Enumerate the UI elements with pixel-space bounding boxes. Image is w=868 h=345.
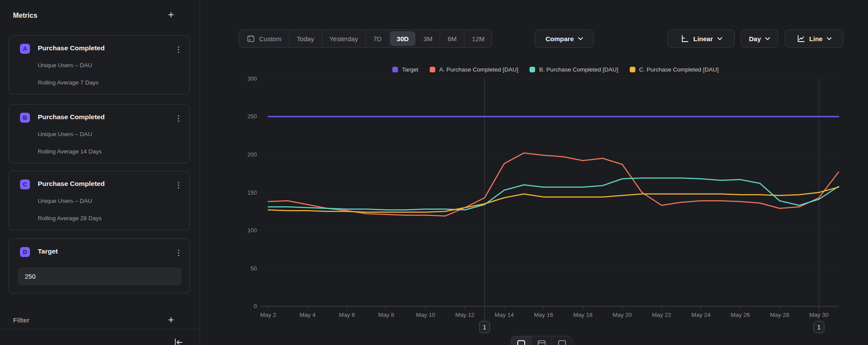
range-option-label: 6M bbox=[447, 35, 457, 42]
chevron-down-icon bbox=[717, 37, 722, 40]
series-line-b-purchase-completed-dau-[interactable] bbox=[268, 178, 838, 210]
kebab-menu-icon[interactable] bbox=[174, 113, 183, 124]
interval-selector-button[interactable]: Day bbox=[741, 29, 778, 48]
view-option-chart[interactable] bbox=[511, 336, 532, 345]
range-option-7d[interactable]: 7D bbox=[366, 30, 389, 47]
series-line-c-purchase-completed-dau-[interactable] bbox=[268, 187, 838, 212]
filter-section: Filter + bbox=[0, 315, 200, 326]
series-line-a-purchase-completed-dau-[interactable] bbox=[268, 153, 838, 216]
metric-measure: Unique Users – DAU bbox=[38, 131, 92, 137]
x-axis-label: May 16 bbox=[534, 312, 553, 318]
range-option-label: Custom bbox=[259, 35, 282, 42]
metric-badge-a: A bbox=[20, 44, 30, 54]
metric-card-d-target[interactable]: D Target 250 bbox=[9, 238, 190, 293]
annotation-badge-label: 1 bbox=[483, 324, 487, 331]
range-option-12m[interactable]: 12M bbox=[464, 30, 492, 47]
chart-type-label: Line bbox=[809, 35, 823, 42]
y-axis-label: 200 bbox=[247, 151, 257, 158]
metric-measure: Unique Users – DAU bbox=[38, 198, 92, 204]
range-option-label: 30D bbox=[397, 35, 409, 42]
y-axis-label: 250 bbox=[247, 113, 257, 120]
kebab-menu-icon[interactable] bbox=[174, 44, 183, 55]
scale-label: Linear bbox=[693, 35, 713, 42]
range-option-label: Today bbox=[297, 35, 314, 42]
range-option-yesterday[interactable]: Yesterday bbox=[322, 30, 366, 47]
scale-selector-button[interactable]: Linear bbox=[667, 29, 735, 48]
collapse-sidebar-icon[interactable] bbox=[173, 337, 184, 345]
chart-type-selector-button[interactable]: Line bbox=[785, 29, 843, 48]
x-axis-label: May 22 bbox=[652, 312, 671, 318]
sidebar-divider bbox=[200, 0, 200, 345]
sidebar-footer-divider bbox=[0, 329, 200, 329]
metrics-header: Metrics bbox=[13, 10, 187, 22]
y-axis-label: 150 bbox=[247, 189, 257, 196]
range-option-label: 7D bbox=[373, 35, 381, 42]
filter-title: Filter bbox=[13, 315, 30, 326]
metric-transform: Rolling Average 7 Days bbox=[38, 79, 99, 86]
kebab-menu-icon[interactable] bbox=[174, 247, 183, 258]
x-axis-label: May 28 bbox=[770, 312, 789, 318]
compare-button[interactable]: Compare bbox=[535, 29, 594, 48]
calendar-icon bbox=[247, 34, 255, 43]
annotation-badge-label: 1 bbox=[817, 324, 821, 331]
x-axis-label: May 24 bbox=[691, 312, 711, 318]
x-axis-label: May 8 bbox=[378, 312, 395, 318]
line-chart[interactable]: 050100150200250300May 2May 4May 6May 8Ma… bbox=[243, 56, 868, 345]
add-metric-button[interactable]: + bbox=[166, 10, 176, 20]
metric-title: Target bbox=[38, 247, 58, 255]
x-axis-label: May 4 bbox=[299, 312, 316, 318]
kebab-menu-icon[interactable] bbox=[174, 180, 183, 190]
x-axis-label: May 6 bbox=[339, 312, 355, 318]
add-filter-button[interactable]: + bbox=[166, 315, 176, 325]
metric-badge-c: C bbox=[20, 179, 30, 189]
metric-title: Purchase Completed bbox=[38, 113, 105, 121]
target-value-input[interactable]: 250 bbox=[18, 267, 181, 285]
x-axis-label: May 30 bbox=[809, 312, 829, 318]
range-option-30d-selected[interactable]: 30D bbox=[390, 31, 415, 46]
y-axis-label: 50 bbox=[251, 265, 257, 272]
metric-card-c[interactable]: C Purchase Completed Unique Users – DAU … bbox=[9, 171, 190, 230]
view-option-chart-and-table[interactable] bbox=[532, 336, 552, 345]
x-axis-label: May 10 bbox=[416, 312, 435, 318]
range-option-3m[interactable]: 3M bbox=[416, 30, 441, 47]
view-option-table[interactable] bbox=[552, 336, 572, 345]
chart-view-toggle bbox=[511, 336, 572, 345]
chevron-down-icon bbox=[578, 37, 583, 40]
range-option-custom[interactable]: Custom bbox=[239, 30, 289, 47]
metric-badge-d: D bbox=[20, 247, 30, 257]
metric-badge-b: B bbox=[20, 113, 30, 123]
date-range-segmented-control: Custom Today Yesterday 7D 30D 3M 6M 12M bbox=[239, 29, 492, 48]
metric-transform: Rolling Average 14 Days bbox=[38, 148, 102, 155]
metric-title: Purchase Completed bbox=[38, 180, 105, 188]
metric-title: Purchase Completed bbox=[38, 44, 105, 52]
metric-measure: Unique Users – DAU bbox=[38, 62, 92, 68]
chevron-down-icon bbox=[827, 37, 832, 40]
x-axis-label: May 2 bbox=[260, 312, 276, 318]
y-axis-label: 300 bbox=[247, 75, 257, 82]
x-axis-label: May 12 bbox=[455, 312, 474, 318]
range-option-label: 12M bbox=[472, 35, 484, 42]
range-option-label: Yesterday bbox=[329, 35, 358, 42]
x-axis-label: May 26 bbox=[731, 312, 750, 318]
y-axis-label: 100 bbox=[247, 227, 257, 234]
metrics-title: Metrics bbox=[13, 12, 37, 19]
x-axis-label: May 14 bbox=[495, 312, 514, 318]
range-option-today[interactable]: Today bbox=[289, 30, 322, 47]
compare-label: Compare bbox=[546, 35, 574, 42]
y-axis-label: 0 bbox=[254, 303, 257, 309]
range-option-6m[interactable]: 6M bbox=[440, 30, 464, 47]
x-axis-label: May 20 bbox=[613, 312, 632, 318]
metric-transform: Rolling Average 28 Days bbox=[38, 215, 102, 221]
x-axis-label: May 18 bbox=[573, 312, 592, 318]
range-option-label: 3M bbox=[424, 35, 433, 42]
metrics-sidebar: Metrics + A Purchase Completed Unique Us… bbox=[0, 0, 200, 345]
interval-label: Day bbox=[749, 35, 761, 42]
axis-scale-icon bbox=[680, 34, 689, 43]
metric-card-a[interactable]: A Purchase Completed Unique Users – DAU … bbox=[9, 35, 190, 94]
metric-card-b[interactable]: B Purchase Completed Unique Users – DAU … bbox=[9, 104, 190, 163]
line-chart-icon bbox=[796, 34, 805, 43]
chevron-down-icon bbox=[765, 37, 770, 40]
